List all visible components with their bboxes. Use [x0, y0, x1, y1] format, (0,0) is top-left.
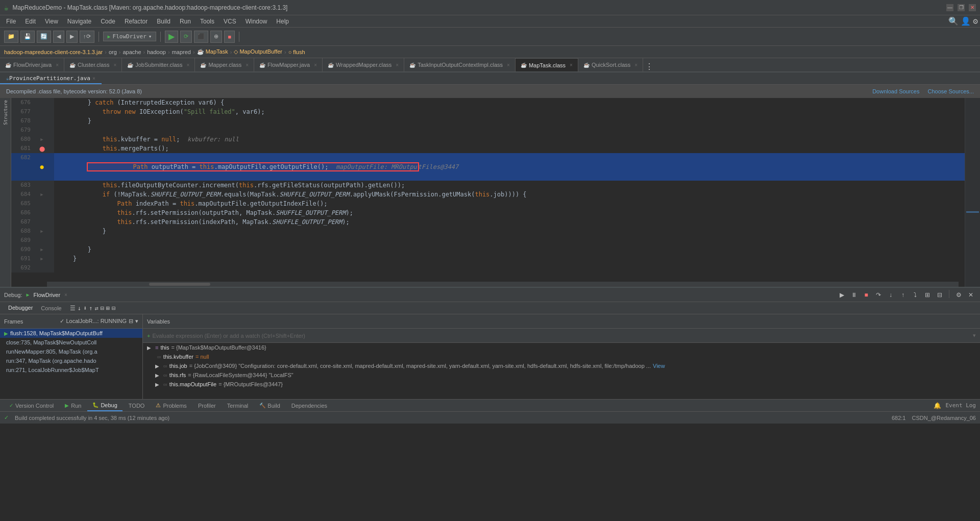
menu-build[interactable]: Build [153, 17, 175, 26]
minimize-button[interactable]: — [946, 4, 953, 11]
menu-run[interactable]: Run [176, 17, 195, 26]
bc-flush[interactable]: ○ flush [288, 49, 305, 55]
menu-code[interactable]: Code [96, 17, 119, 26]
debug-save-icon[interactable]: ⬇ [83, 305, 87, 312]
tab-cluster[interactable]: ☕ Cluster.class × [64, 58, 122, 71]
menu-tools[interactable]: Tools [196, 17, 218, 26]
menu-navigate[interactable]: Navigate [63, 17, 95, 26]
tab-jobsubmitter[interactable]: ☕ JobSubmitter.class × [122, 58, 195, 71]
watch-dropdown[interactable]: ▾ [973, 332, 976, 339]
expand-icon[interactable]: ▾ [135, 318, 138, 325]
stop-button[interactable]: ■ [224, 31, 235, 43]
bc-hadoop[interactable]: hadoop [147, 49, 166, 55]
window-controls[interactable]: — ❐ ✕ [946, 4, 976, 11]
debug-list-icon[interactable]: ☰ [70, 305, 76, 312]
flow-driver-selector[interactable]: ▶ FlowDriver ▾ [103, 32, 157, 41]
back-button[interactable]: ◀ [53, 31, 64, 43]
bottom-tab-dependencies[interactable]: Dependencies [286, 400, 332, 411]
frame-item-3[interactable]: runNewMapper:805, MapTask (org.a [0, 347, 142, 356]
h-scrollbar[interactable] [47, 282, 959, 287]
bottom-tab-terminal[interactable]: Terminal [222, 400, 254, 411]
menu-help[interactable]: Help [272, 17, 293, 26]
bottom-tab-problems[interactable]: ⚠ Problems [151, 400, 191, 411]
close-tab-cluster[interactable]: × [113, 62, 116, 68]
debug-down-icon[interactable]: ↓ [78, 305, 81, 312]
tab-mapper[interactable]: ☕ Mapper.class × [195, 58, 254, 71]
expand-arrow-job[interactable]: ▶ [155, 363, 161, 369]
view-link-job[interactable]: View [653, 363, 665, 369]
code-editor[interactable]: 676 } catch (InterruptedException var6) … [11, 98, 965, 287]
tab-wrappedmapper[interactable]: ☕ WrappedMapper.class × [323, 58, 404, 71]
more-tabs-button[interactable]: ⋮ [645, 62, 653, 71]
debug-grid-icon[interactable]: ⊞ [106, 305, 110, 312]
menu-view[interactable]: View [41, 17, 62, 26]
debug-eval-btn[interactable]: ⊞ [922, 290, 933, 300]
bottom-tab-vc[interactable]: ✓ Version Control [4, 400, 59, 411]
close-tab-flowmapper[interactable]: × [314, 62, 317, 68]
coverage-button[interactable]: ⬛ [194, 31, 208, 43]
debug-grid2-icon[interactable]: ⊟ [112, 305, 115, 312]
bottom-tab-build[interactable]: 🔨 Build [254, 400, 285, 411]
debug-more-btn[interactable]: ⊟ [935, 290, 945, 300]
add-watch-icon[interactable]: + [147, 333, 150, 339]
close-tab-maptask[interactable]: × [570, 62, 573, 68]
close-button[interactable]: ✕ [969, 4, 976, 11]
bc-mapoutputbuffer[interactable]: ◇ MapOutputBuffer [234, 48, 282, 55]
debug-stepover-btn[interactable]: ↷ [873, 290, 884, 300]
debug-filter-icon[interactable]: ⊟ [101, 305, 104, 312]
debug-stepinto-btn[interactable]: ↓ [886, 290, 896, 300]
event-log-label[interactable]: Event Log [945, 402, 976, 409]
bottom-tab-debug[interactable]: 🐛 Debug [87, 400, 122, 411]
download-sources-link[interactable]: Download Sources [872, 88, 919, 94]
forward-button[interactable]: ▶ [66, 31, 78, 43]
sub-tab-provincepartitioner[interactable]: ☕ ProvincePartitioner.java × [0, 73, 102, 84]
debug-swap-icon[interactable]: ⇄ [94, 305, 98, 312]
structure-label[interactable]: Structure [3, 100, 8, 125]
expand-arrow-rfs[interactable]: ▶ [155, 373, 161, 378]
bc-jar[interactable]: hadoop-mapreduce-client-core-3.1.3.jar [4, 49, 103, 55]
close-tab-taskinput[interactable]: × [507, 62, 510, 68]
bc-maptask[interactable]: ☕ MapTask [197, 48, 228, 55]
tab-maptask[interactable]: ☕ MapTask.class × [516, 58, 578, 71]
menu-edit[interactable]: Edit [21, 17, 40, 26]
choose-sources-link[interactable]: Choose Sources... [928, 88, 974, 94]
expand-arrow-this[interactable]: ▶ [147, 345, 153, 351]
save-button[interactable]: 💾 [20, 31, 35, 43]
sub-tab-close[interactable]: × [92, 76, 95, 81]
menu-file[interactable]: File [2, 17, 20, 26]
watch-input-area[interactable]: + Evaluate expression (Enter) or add a w… [143, 329, 980, 343]
run-button[interactable]: ▶ [165, 31, 178, 43]
debug-run-button[interactable]: ⟳ [180, 31, 192, 43]
debug-pause-btn[interactable]: ⏸ [849, 290, 859, 300]
menu-window[interactable]: Window [241, 17, 272, 26]
debug-flow-driver-tab[interactable]: FlowDriver [34, 292, 61, 298]
bottom-tab-profiler[interactable]: Profiler [193, 400, 221, 411]
tab-flowdriver[interactable]: ☕ FlowDriver.java × [0, 58, 64, 71]
open-file-button[interactable]: 📁 [4, 31, 18, 43]
debug-runtocrsr-btn[interactable]: ⤵ [910, 290, 920, 300]
breakpoint-681[interactable]: ⬤ [39, 146, 45, 152]
navigate-button[interactable]: ↑⟳ [80, 31, 94, 43]
bottom-tab-todo[interactable]: TODO [124, 400, 150, 411]
var-this[interactable]: ▶ ≡ this = {MapTask$MapOutputBuffer@3416… [143, 343, 980, 352]
tab-quicksort[interactable]: ☕ QuickSort.class × [578, 58, 643, 71]
debug-close-btn[interactable]: ✕ [966, 290, 976, 300]
var-kvbuffer[interactable]: ∞ this.kvbuffer = null [143, 352, 980, 361]
tab-taskinput[interactable]: ☕ TaskInputOutputContextImpl.class × [404, 58, 516, 71]
close-debug-tab[interactable]: × [64, 292, 67, 297]
user-icon[interactable]: 👤 [961, 16, 971, 26]
settings-icon[interactable]: ⚙ [973, 16, 978, 26]
debug-settings-btn[interactable]: ⚙ [953, 290, 964, 300]
bottom-tab-run[interactable]: ▶ Run [60, 400, 86, 411]
debug-tab-debugger[interactable]: Debugger [4, 301, 37, 315]
close-tab-jobsubmitter[interactable]: × [187, 62, 190, 68]
close-tab-quicksort[interactable]: × [634, 62, 638, 68]
expand-arrow-mapoutputfile[interactable]: ▶ [155, 382, 161, 387]
bc-mapred[interactable]: mapred [172, 49, 191, 55]
bc-org[interactable]: org [109, 49, 117, 55]
event-log-icon[interactable]: 🔔 [934, 402, 941, 409]
close-tab-flowdriver[interactable]: × [56, 62, 59, 68]
var-rfs[interactable]: ▶ ∞ this.rfs = {RawLocalFileSystem@3444}… [143, 370, 980, 380]
bc-apache[interactable]: apache [122, 49, 141, 55]
debug-tab-console[interactable]: Console [37, 301, 65, 315]
